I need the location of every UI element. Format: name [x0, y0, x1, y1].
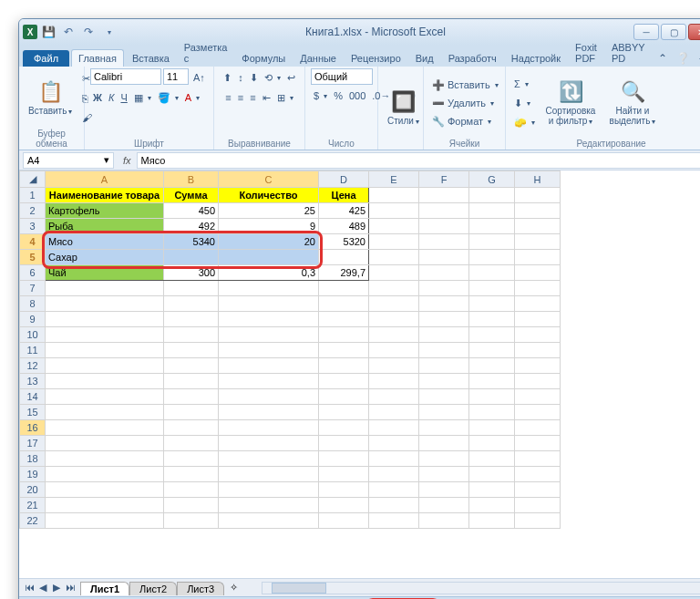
cell-C3[interactable]: 9	[219, 219, 319, 234]
row-header-8[interactable]: 8	[20, 296, 46, 312]
cell-F21[interactable]	[419, 498, 469, 513]
row-header-3[interactable]: 3	[20, 219, 46, 234]
cell-B1[interactable]: Сумма	[164, 188, 219, 203]
cell-F17[interactable]	[419, 436, 469, 451]
clear-button[interactable]: 🧽	[511, 113, 538, 131]
row-header-6[interactable]: 6	[20, 265, 46, 281]
cell-F7[interactable]	[419, 281, 469, 296]
col-header-H[interactable]: H	[515, 171, 561, 188]
cell-B18[interactable]	[164, 451, 219, 467]
align-bottom-button[interactable]: ⬇	[247, 68, 261, 87]
font-name-input[interactable]	[90, 68, 161, 85]
row-header-17[interactable]: 17	[20, 436, 46, 451]
mdi-minimize-icon[interactable]: –	[695, 50, 700, 67]
cell-C14[interactable]	[219, 389, 319, 405]
cell-A10[interactable]	[46, 327, 164, 343]
cell-D17[interactable]	[319, 436, 369, 451]
tab-home[interactable]: Главная	[71, 49, 124, 67]
row-header-15[interactable]: 15	[20, 405, 46, 420]
cell-A20[interactable]	[46, 482, 164, 498]
cell-A19[interactable]	[46, 467, 164, 482]
cell-G4[interactable]	[469, 234, 515, 250]
help-icon[interactable]: ❔	[673, 50, 694, 67]
number-format-select[interactable]	[311, 68, 373, 85]
cell-G15[interactable]	[469, 405, 515, 420]
cell-A18[interactable]	[46, 451, 164, 467]
cell-C17[interactable]	[219, 436, 319, 451]
border-button[interactable]: ▦	[131, 88, 154, 107]
cell-C16[interactable]	[219, 420, 319, 436]
cell-H5[interactable]	[515, 250, 561, 265]
cell-F1[interactable]	[419, 188, 469, 203]
align-top-button[interactable]: ⬆	[221, 68, 234, 87]
cell-B22[interactable]	[164, 513, 219, 529]
cell-E7[interactable]	[369, 281, 419, 296]
cell-F12[interactable]	[419, 358, 469, 374]
cell-H8[interactable]	[515, 296, 561, 312]
sheet-last-icon[interactable]: ⏭	[64, 582, 77, 594]
row-header-13[interactable]: 13	[20, 374, 46, 389]
cell-D6[interactable]: 299,7	[319, 265, 369, 281]
cell-D19[interactable]	[319, 467, 369, 482]
cell-C18[interactable]	[219, 451, 319, 467]
row-header-11[interactable]: 11	[20, 343, 46, 358]
tab-abbyy[interactable]: ABBYY PD	[605, 39, 652, 67]
cell-H18[interactable]	[515, 451, 561, 467]
sheet-tab-2[interactable]: Лист2	[129, 582, 177, 595]
cell-A6[interactable]: Чай	[46, 265, 164, 281]
cell-E20[interactable]	[369, 482, 419, 498]
cell-F19[interactable]	[419, 467, 469, 482]
cell-E1[interactable]	[369, 188, 419, 203]
orientation-button[interactable]: ⟲	[262, 68, 283, 87]
qat-redo[interactable]: ↷	[79, 23, 98, 41]
cell-G17[interactable]	[469, 436, 515, 451]
align-center-button[interactable]: ≡	[235, 88, 246, 107]
sheet-next-icon[interactable]: ▶	[50, 582, 63, 594]
row-header-9[interactable]: 9	[20, 312, 46, 327]
cell-G14[interactable]	[469, 389, 515, 405]
cell-H16[interactable]	[515, 420, 561, 436]
row-header-19[interactable]: 19	[20, 467, 46, 482]
cell-D21[interactable]	[319, 498, 369, 513]
cell-H19[interactable]	[515, 467, 561, 482]
tab-file[interactable]: Файл	[23, 50, 69, 67]
cell-E13[interactable]	[369, 374, 419, 389]
align-middle-button[interactable]: ↕	[235, 68, 246, 87]
col-header-B[interactable]: B	[164, 171, 219, 188]
fx-icon[interactable]: fx	[118, 155, 137, 166]
row-header-12[interactable]: 12	[20, 358, 46, 374]
cell-G13[interactable]	[469, 374, 515, 389]
cell-D12[interactable]	[319, 358, 369, 374]
tab-formulas[interactable]: Формулы	[235, 50, 292, 67]
cell-F3[interactable]	[419, 219, 469, 234]
tab-view[interactable]: Вид	[409, 50, 440, 67]
cell-H15[interactable]	[515, 405, 561, 420]
cell-C9[interactable]	[219, 312, 319, 327]
grid[interactable]: ◢ABCDEFGH1Наименование товараСуммаКоличе…	[19, 170, 700, 578]
cell-B13[interactable]	[164, 374, 219, 389]
cell-H22[interactable]	[515, 513, 561, 529]
cell-G1[interactable]	[469, 188, 515, 203]
tab-addins[interactable]: Надстройк	[505, 50, 567, 67]
col-header-F[interactable]: F	[419, 171, 469, 188]
cell-G3[interactable]	[469, 219, 515, 234]
cell-F15[interactable]	[419, 405, 469, 420]
italic-button[interactable]: К	[106, 88, 117, 107]
cell-D18[interactable]	[319, 451, 369, 467]
cell-G2[interactable]	[469, 203, 515, 219]
cell-F2[interactable]	[419, 203, 469, 219]
cell-B16[interactable]	[164, 420, 219, 436]
cell-D4[interactable]: 5320	[319, 234, 369, 250]
insert-cells-button[interactable]: ➕ Вставить	[429, 76, 501, 94]
cell-G9[interactable]	[469, 312, 515, 327]
cell-F10[interactable]	[419, 327, 469, 343]
cell-E22[interactable]	[369, 513, 419, 529]
cell-C8[interactable]	[219, 296, 319, 312]
col-header-A[interactable]: A	[46, 171, 164, 188]
cell-D10[interactable]	[319, 327, 369, 343]
underline-button[interactable]: Ч	[118, 88, 129, 107]
cell-F14[interactable]	[419, 389, 469, 405]
cell-G16[interactable]	[469, 420, 515, 436]
sheet-first-icon[interactable]: ⏮	[23, 582, 36, 594]
col-header-D[interactable]: D	[319, 171, 369, 188]
